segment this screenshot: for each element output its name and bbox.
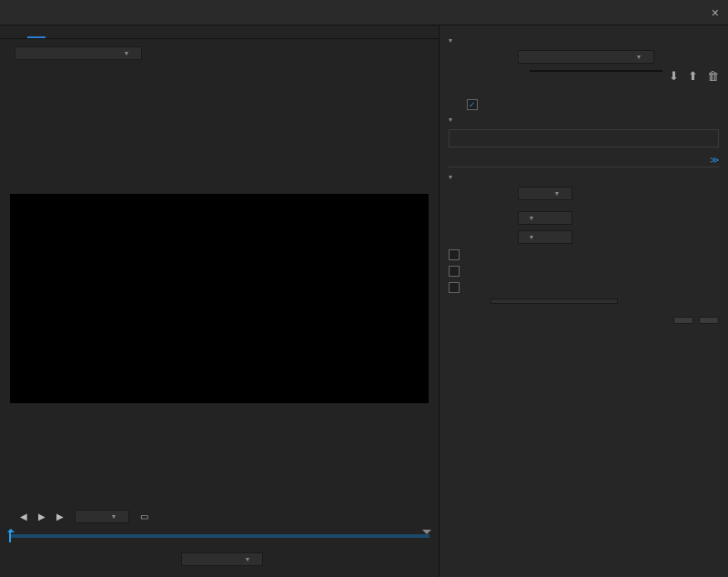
titlebar: × [0,0,728,25]
interp-row [449,299,719,304]
output-format-select[interactable]: ▾ [518,187,572,200]
chevron-down-icon: ▾ [449,116,452,124]
preview-tabs [0,25,439,39]
export-video-row [467,99,719,110]
export-video-checkbox[interactable] [467,99,478,110]
chevron-down-icon: ▾ [637,53,641,61]
tabs-more-icon[interactable]: ≫ [710,153,719,167]
cb-high-quality[interactable] [449,249,460,260]
tab-output[interactable] [27,29,46,38]
settings-tabs: ≫ [449,153,719,167]
save-preset-icon[interactable]: ⬆ [688,69,698,83]
chevron-down-icon: ▾ [449,36,452,45]
delete-preset-icon[interactable]: 🗑 [707,69,719,83]
main-area: ▾ ◀ ▶ ▶ ▾ ▭ ▾ [0,25,728,577]
in-point-marker[interactable] [7,525,15,532]
format-row: ▾ [449,50,719,64]
summary-header[interactable]: ▾ [449,116,719,124]
basic-video-header[interactable]: ▾ [449,173,719,181]
cb-project[interactable] [449,266,460,277]
transport-controls: ◀ ▶ ▶ ▾ ▭ [0,502,439,531]
chevron-down-icon: ▾ [449,173,452,181]
step-fwd-button[interactable]: ▶ [56,511,64,521]
video-res-select[interactable]: ▾ [518,230,572,244]
metadata-button[interactable] [673,317,693,324]
export-settings-header[interactable]: ▾ [449,36,719,45]
source-range-select[interactable]: ▾ [181,552,263,566]
timeline-scrubber[interactable] [9,534,430,538]
format-dropdown[interactable] [530,70,662,72]
chevron-down-icon: ▾ [246,555,249,563]
preview-canvas [10,194,429,403]
left-panel: ▾ ◀ ▶ ▶ ▾ ▭ ▾ [0,25,439,577]
right-panel: ▾ ▾ ⬇ ⬆ 🗑 [439,25,728,577]
aspect-icon[interactable]: ▭ [140,511,148,521]
close-button[interactable]: × [712,5,719,20]
chevron-down-icon: ▾ [125,49,128,57]
profile-select[interactable]: ▾ [518,211,572,225]
scaling-select[interactable]: ▾ [15,46,142,60]
button-row [449,317,719,324]
format-select[interactable]: ▾ [518,50,654,64]
fit-select[interactable]: ▾ [75,510,129,523]
tab-source[interactable] [9,29,27,38]
step-back-button[interactable]: ◀ [20,511,27,521]
scaling-row: ▾ [0,39,439,67]
download-icon[interactable]: ⬇ [669,69,679,83]
source-range-row: ▾ [0,547,439,577]
cb-start-tc[interactable] [449,282,460,293]
cancel-button[interactable] [699,317,719,324]
out-point-marker[interactable] [422,530,431,539]
interp-select[interactable] [490,299,618,304]
preview-area [0,95,439,502]
play-button[interactable]: ▶ [38,511,46,521]
summary-box [449,129,719,147]
chevron-down-icon: ▾ [112,512,116,521]
preset-icons: ⬇ ⬆ 🗑 [669,69,719,83]
